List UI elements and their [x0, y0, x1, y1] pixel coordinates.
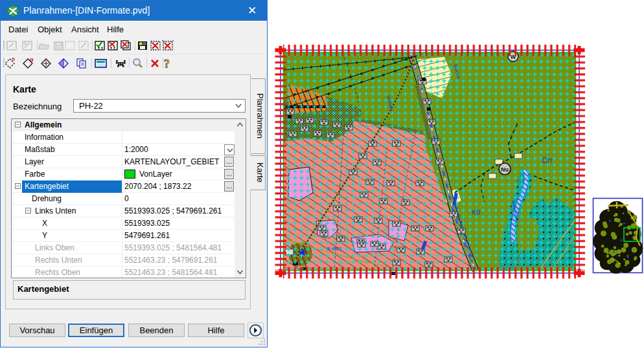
svg-text:K9: K9 [472, 208, 480, 216]
svg-text:B 4981: B 4981 [327, 247, 341, 251]
svg-text:Nu: Nu [501, 166, 509, 173]
svg-text:Crr: Crr [542, 156, 553, 165]
svg-text:?: ? [164, 58, 170, 71]
